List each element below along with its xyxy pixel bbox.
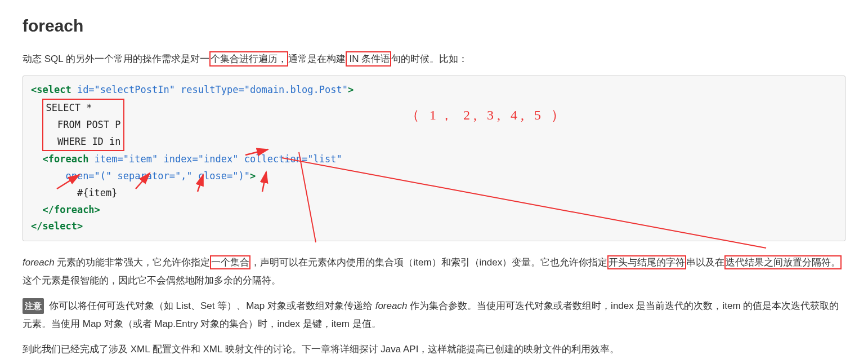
- code-sql-3: WHERE ID in: [57, 136, 121, 147]
- foreach-italic: foreach: [23, 257, 55, 268]
- intro-text-mid: 通常是在构建: [288, 54, 346, 64]
- para2-text-2b: 串以及在: [686, 257, 724, 268]
- para2-text-1: 元素的功能非常强大，它允许你指定: [55, 257, 211, 268]
- para2-highlight-2: 开头与结尾的字符: [607, 255, 686, 269]
- paragraph-3: 注意 你可以将任何可迭代对象（如 List、Set 等）、Map 对象或者数组对…: [23, 297, 845, 333]
- paragraph-4: 到此我们已经完成了涉及 XML 配置文件和 XML 映射文件的讨论。下一章将详细…: [23, 340, 845, 358]
- code-select-attrs: id="selectPostIn" resultType="domain.blo…: [71, 84, 348, 95]
- para2-highlight-1: 一个集合: [210, 255, 250, 269]
- code-tag-select-open: <select: [31, 84, 71, 95]
- code-foreach-attrs-2: open="(" separator="," close=")": [65, 170, 250, 182]
- code-foreach-body: #{item}: [77, 187, 118, 198]
- code-tag-foreach-end: </foreach>: [42, 204, 100, 215]
- para3-text-a: 你可以将任何可迭代对象（如 List、Set 等）、Map 对象或者数组对象传递…: [46, 300, 375, 311]
- code-tag-select-end: </select>: [31, 220, 83, 232]
- sql-box: SELECT * FROM POST P WHERE ID in: [42, 99, 124, 151]
- intro-text-pre: 动态 SQL 的另外一个常用的操作需求是对一: [23, 54, 209, 64]
- code-tag-close: >: [348, 84, 354, 95]
- intro-highlight-2: IN 条件语: [346, 51, 391, 67]
- code-sql-2: FROM POST P: [57, 119, 121, 130]
- code-block: <select id="selectPostIn" resultType="do…: [23, 76, 845, 241]
- code-foreach-attrs-1: item="item" index="index" collection="li…: [88, 153, 342, 165]
- code-tag-close-2: >: [250, 170, 256, 182]
- para2-text-2: ，声明可以在元素体内使用的集合项（item）和索引（index）变量。它也允许你…: [250, 257, 607, 268]
- para3-italic: foreach: [375, 300, 408, 311]
- section-heading: foreach: [23, 11, 845, 40]
- intro-highlight-1: 个集合进行遍历，: [209, 51, 288, 67]
- paragraph-2: foreach 元素的功能非常强大，它允许你指定一个集合，声明可以在元素体内使用…: [23, 254, 845, 289]
- intro-text-post: 句的时候。比如：: [391, 54, 468, 64]
- code-tag-foreach-open: <foreach: [42, 153, 88, 165]
- para2-highlight-3: 迭代结果之间放置分隔符。: [724, 255, 842, 269]
- code-sql-1: SELECT *: [46, 102, 92, 113]
- intro-paragraph: 动态 SQL 的另外一个常用的操作需求是对一个集合进行遍历，通常是在构建 IN …: [23, 50, 845, 68]
- note-badge: 注意: [23, 298, 44, 314]
- para2-text-3: 这个元素是很智能的，因此它不会偶然地附加多余的分隔符。: [23, 275, 281, 286]
- annotation-numbers: （ 1， 2, 3, 4, 5 ）: [406, 103, 568, 127]
